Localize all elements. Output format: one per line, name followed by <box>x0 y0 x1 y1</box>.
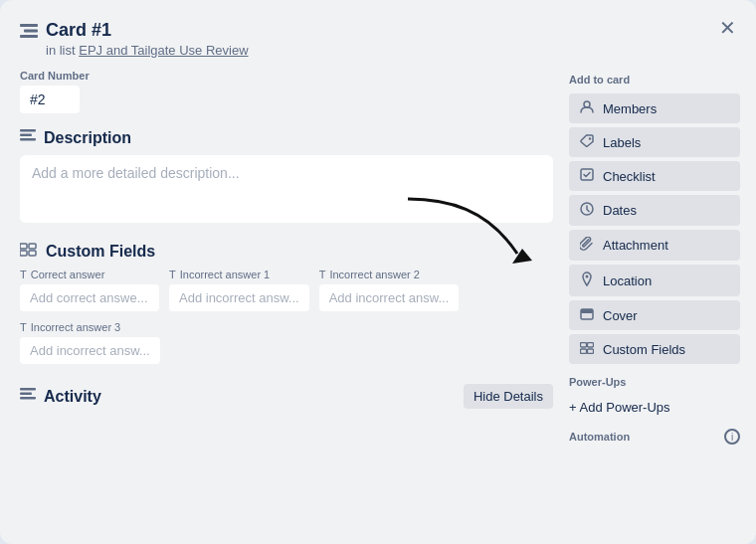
custom-fields-title: Custom Fields <box>46 243 155 261</box>
svg-rect-21 <box>588 343 594 348</box>
add-power-ups-button[interactable]: + Add Power-Ups <box>569 396 670 419</box>
svg-rect-19 <box>581 309 593 313</box>
attachment-icon <box>579 237 595 254</box>
svg-rect-5 <box>20 138 36 141</box>
modal-body: Card Number #2 Description Add a more de… <box>20 70 740 524</box>
close-button[interactable]: ✕ <box>713 14 742 42</box>
svg-rect-1 <box>24 30 38 33</box>
svg-rect-22 <box>581 349 587 354</box>
attachment-button[interactable]: Attachment <box>569 230 740 261</box>
card-title: Card #1 <box>46 20 249 41</box>
card-list-link[interactable]: EPJ and Tailgate Use Review <box>79 43 248 58</box>
members-icon <box>579 100 595 116</box>
checklist-button[interactable]: Checklist <box>569 161 740 191</box>
header-content: Card #1 in list EPJ and Tailgate Use Rev… <box>46 20 249 58</box>
svg-rect-20 <box>581 343 587 348</box>
field-input-1[interactable]: Add correct answe... <box>20 284 159 311</box>
svg-point-13 <box>584 101 590 107</box>
svg-rect-8 <box>20 251 27 256</box>
checklist-label: Checklist <box>603 169 656 184</box>
location-icon <box>579 272 595 289</box>
dates-button[interactable]: Dates <box>569 195 740 226</box>
svg-rect-3 <box>20 129 36 132</box>
custom-fields-button[interactable]: Custom Fields <box>569 334 740 364</box>
field-item-incorrect-1: T Incorrect answer 1 Add incorrect answ.… <box>169 269 309 311</box>
sidebar: Add to card Members <box>569 70 740 524</box>
activity-section: Activity Hide Details <box>20 384 553 409</box>
custom-fields-icon <box>20 243 38 261</box>
hide-details-button[interactable]: Hide Details <box>464 384 553 409</box>
field-item-incorrect-3: T Incorrect answer 3 Add incorrect answ.… <box>20 321 160 364</box>
labels-button[interactable]: Labels <box>569 127 740 157</box>
custom-fields-sidebar-icon <box>579 341 595 357</box>
field-input-3[interactable]: Add incorrect answ... <box>319 284 460 311</box>
automation-info-icon[interactable]: i <box>724 429 740 445</box>
svg-rect-11 <box>20 392 32 395</box>
field-input-2[interactable]: Add incorrect answ... <box>169 284 309 311</box>
power-ups-label: Power-Ups <box>569 376 740 388</box>
card-modal: ✕ Card #1 in list EPJ and Tailgate Use R… <box>0 0 756 544</box>
card-header-icon <box>20 22 38 43</box>
members-button[interactable]: Members <box>569 93 740 123</box>
field-label-2: Incorrect answer 1 <box>180 269 270 280</box>
activity-header: Activity Hide Details <box>20 384 553 409</box>
activity-title: Activity <box>44 388 101 406</box>
add-to-card-label: Add to card <box>569 74 740 86</box>
svg-rect-7 <box>29 244 36 249</box>
card-number-label: Card Number <box>20 70 553 82</box>
field-type-icon-4: T <box>20 321 27 333</box>
field-label-1: Correct answer <box>31 269 105 280</box>
dates-icon <box>579 202 595 219</box>
svg-rect-0 <box>20 24 38 27</box>
custom-fields-sidebar-label: Custom Fields <box>603 342 685 357</box>
field-label-4: Incorrect answer 3 <box>31 321 120 333</box>
labels-label: Labels <box>603 135 641 150</box>
svg-rect-6 <box>20 244 27 249</box>
cover-button[interactable]: Cover <box>569 300 740 330</box>
svg-rect-10 <box>20 388 36 391</box>
main-content: Card Number #2 Description Add a more de… <box>20 70 553 524</box>
cover-icon <box>579 307 595 323</box>
card-subtitle: in list EPJ and Tailgate Use Review <box>46 43 249 58</box>
svg-rect-4 <box>20 134 32 137</box>
field-label-3: Incorrect answer 2 <box>329 269 419 280</box>
field-input-4[interactable]: Add incorrect answ... <box>20 337 160 364</box>
field-type-icon-3: T <box>319 269 326 280</box>
card-number-value: #2 <box>20 86 80 113</box>
members-label: Members <box>603 101 657 116</box>
power-ups-section: Power-Ups + Add Power-Ups <box>569 376 740 419</box>
location-button[interactable]: Location <box>569 265 740 296</box>
field-type-icon-1: T <box>20 269 27 280</box>
svg-point-14 <box>589 137 591 139</box>
checklist-icon <box>579 168 595 184</box>
labels-icon <box>579 134 595 150</box>
field-type-icon-2: T <box>169 269 176 280</box>
description-icon <box>20 129 36 147</box>
activity-icon <box>20 388 36 406</box>
svg-rect-9 <box>29 251 36 256</box>
description-textarea[interactable]: Add a more detailed description... <box>20 155 553 223</box>
attachment-label: Attachment <box>603 238 668 253</box>
automation-label: Automation <box>569 431 630 443</box>
add-power-ups-label: + Add Power-Ups <box>569 400 670 415</box>
field-item-correct-answer: T Correct answer Add correct answe... <box>20 269 159 311</box>
svg-rect-12 <box>20 397 36 400</box>
field-item-incorrect-2: T Incorrect answer 2 Add incorrect answ.… <box>319 269 460 311</box>
svg-rect-23 <box>588 349 594 354</box>
dates-label: Dates <box>603 203 637 218</box>
location-label: Location <box>603 273 652 288</box>
custom-fields-section: Custom Fields T Correct answer Add corre… <box>20 243 553 364</box>
description-title: Description <box>44 129 131 147</box>
card-number-section: Card Number #2 <box>20 70 553 113</box>
modal-header: Card #1 in list EPJ and Tailgate Use Rev… <box>20 20 740 58</box>
fields-grid: T Correct answer Add correct answe... T … <box>20 269 553 364</box>
svg-point-17 <box>586 275 589 278</box>
custom-fields-header: Custom Fields <box>20 243 553 261</box>
svg-rect-2 <box>20 35 38 38</box>
automation-row: Automation i <box>569 429 740 445</box>
description-header: Description <box>20 129 553 147</box>
cover-label: Cover <box>603 308 638 323</box>
